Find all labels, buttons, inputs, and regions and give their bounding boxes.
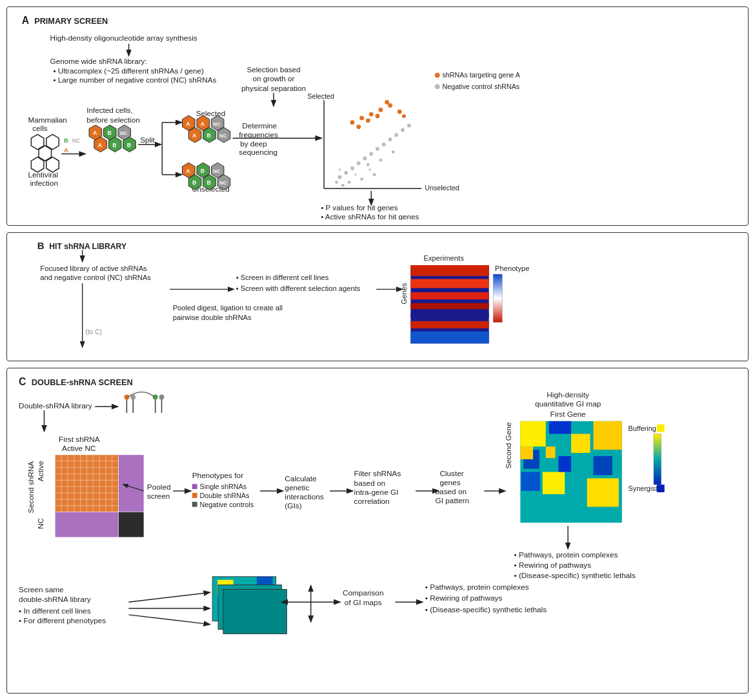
svg-text:HIT shRNA LIBRARY: HIT shRNA LIBRARY (49, 242, 126, 251)
svg-text:Calculate: Calculate (285, 474, 317, 483)
svg-text:Phenotypes for: Phenotypes for (192, 471, 243, 480)
svg-point-91 (348, 181, 351, 184)
svg-text:NC: NC (120, 130, 128, 136)
svg-text:• Screen in different cell lin: • Screen in different cell lines (236, 274, 329, 281)
svg-point-80 (344, 171, 348, 175)
svg-rect-230 (657, 425, 665, 432)
svg-text:B: B (207, 132, 211, 139)
svg-point-115 (435, 84, 440, 89)
svg-rect-192 (192, 493, 197, 498)
svg-text:NC: NC (213, 121, 221, 127)
svg-text:Active   NC: Active NC (62, 444, 96, 453)
svg-rect-136 (410, 303, 488, 309)
svg-point-109 (402, 114, 406, 118)
svg-point-102 (378, 108, 383, 112)
svg-point-112 (368, 168, 371, 171)
svg-text:NC: NC (219, 133, 227, 139)
svg-text:on growth or: on growth or (253, 74, 295, 83)
svg-text:First Gene: First Gene (550, 410, 587, 419)
svg-rect-184 (119, 512, 144, 537)
svg-text:Mammalian: Mammalian (28, 115, 66, 124)
svg-text:Comparison: Comparison (343, 588, 384, 597)
svg-text:B: B (127, 142, 131, 148)
svg-text:DOUBLE-shRNA SCREEN: DOUBLE-shRNA SCREEN (32, 377, 133, 387)
svg-text:A: A (186, 168, 190, 174)
svg-text:• Pathways, protein complexes: • Pathways, protein complexes (425, 583, 529, 592)
svg-point-90 (407, 124, 411, 128)
svg-point-107 (376, 114, 380, 119)
svg-text:• (Disease-specific) synthetic: • (Disease-specific) synthetic lethals (425, 605, 547, 614)
svg-point-151 (124, 394, 129, 399)
svg-rect-134 (410, 279, 488, 288)
svg-text:Focused library of active shRN: Focused library of active shRNAs (40, 265, 147, 272)
svg-text:Active: Active (37, 461, 46, 482)
svg-point-98 (341, 184, 345, 187)
svg-rect-140 (493, 274, 502, 323)
svg-text:based on: based on (354, 479, 386, 488)
svg-text:cells: cells (32, 124, 48, 132)
svg-text:quantitative GI map: quantitative GI map (535, 399, 601, 408)
svg-text:frequencies: frequencies (239, 130, 278, 139)
svg-point-106 (366, 118, 370, 123)
svg-text:by deep: by deep (240, 139, 267, 148)
svg-text:Unselected: Unselected (425, 184, 459, 192)
svg-text:• In different cell lines: • In different cell lines (19, 606, 91, 615)
svg-text:Genome wide shRNA library:: Genome wide shRNA library: (50, 57, 147, 65)
svg-point-157 (159, 394, 165, 399)
svg-text:and negative control (NC) shRN: and negative control (NC) shRNAs (40, 274, 151, 281)
svg-point-82 (357, 161, 361, 165)
svg-text:Second shRNA: Second shRNA (26, 461, 35, 514)
section-b: B HIT shRNA LIBRARY Focused library of a… (6, 232, 749, 361)
svg-text:interactions: interactions (285, 492, 323, 501)
svg-text:sequencing: sequencing (239, 148, 277, 156)
svg-text:Second Gene: Second Gene (504, 422, 513, 469)
svg-text:double-shRNA library: double-shRNA library (19, 595, 91, 604)
svg-text:Split: Split (140, 135, 155, 144)
svg-text:GI pattern: GI pattern (436, 496, 469, 505)
svg-text:(GIs): (GIs) (285, 501, 301, 510)
svg-text:genetic: genetic (285, 483, 309, 492)
svg-rect-219 (543, 472, 565, 494)
svg-text:before selection: before selection (86, 115, 140, 124)
svg-text:C: C (19, 376, 26, 387)
svg-text:B: B (37, 240, 45, 251)
svg-text:Selected: Selected (196, 109, 225, 117)
svg-rect-217 (520, 421, 545, 446)
svg-point-87 (388, 137, 392, 141)
svg-line-242 (128, 592, 209, 602)
svg-text:Pooled digest, ligation to cre: Pooled digest, ligation to create all (173, 304, 283, 312)
svg-point-101 (369, 112, 374, 117)
svg-rect-218 (571, 434, 590, 453)
svg-point-86 (382, 143, 386, 146)
svg-text:screen: screen (147, 492, 170, 501)
svg-text:B: B (207, 179, 211, 186)
svg-rect-220 (594, 421, 622, 450)
svg-text:based on: based on (436, 487, 467, 496)
svg-text:(to C): (to C) (85, 328, 102, 335)
svg-rect-137 (410, 313, 488, 317)
svg-text:First shRNA: First shRNA (59, 435, 100, 444)
svg-text:genes: genes (439, 478, 460, 487)
svg-point-153 (130, 394, 136, 399)
svg-rect-224 (558, 456, 571, 472)
svg-point-100 (359, 116, 364, 121)
svg-rect-222 (549, 421, 571, 434)
svg-text:Double-shRNA library: Double-shRNA library (19, 401, 92, 410)
svg-text:Determine: Determine (242, 122, 277, 130)
svg-point-103 (388, 103, 392, 108)
svg-text:correlation: correlation (354, 497, 390, 506)
svg-text:A: A (186, 121, 190, 127)
svg-rect-183 (55, 512, 118, 537)
svg-text:• Rewiring of pathways: • Rewiring of pathways (514, 561, 592, 570)
svg-text:A: A (93, 130, 97, 136)
svg-text:• Screen with different select: • Screen with different selection agents (236, 285, 361, 292)
svg-text:High-density oligonucleotide a: High-density oligonucleotide array synth… (50, 34, 197, 42)
svg-text:Phenotype: Phenotype (495, 265, 530, 272)
svg-text:• (Disease-specific) synthetic: • (Disease-specific) synthetic lethals (514, 571, 636, 580)
svg-rect-194 (192, 502, 197, 507)
svg-rect-135 (410, 292, 488, 299)
svg-point-92 (360, 177, 363, 181)
svg-point-97 (335, 181, 338, 184)
svg-text:Single shRNAs: Single shRNAs (200, 483, 247, 490)
svg-text:• Large number of negative con: • Large number of negative control (NC) … (53, 75, 216, 84)
